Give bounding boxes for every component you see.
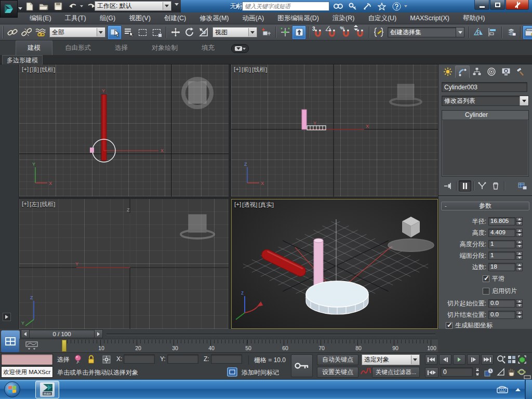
zoom-icon[interactable] [497, 355, 506, 364]
go-to-end-button[interactable] [481, 354, 494, 365]
subscription-key-icon[interactable] [347, 1, 358, 11]
zoom-extents-icon[interactable] [517, 355, 527, 364]
configure-modifier-sets-button[interactable] [516, 180, 529, 192]
zoom-region-icon[interactable] [507, 355, 516, 364]
viewport-menu-shading[interactable]: [线框] [40, 201, 55, 208]
current-frame-field[interactable]: 0 [441, 367, 473, 377]
time-slider[interactable]: 0 / 100 [21, 329, 103, 338]
select-and-move-button[interactable] [168, 25, 182, 39]
cap-segments-field[interactable]: 1 [488, 251, 515, 260]
modifier-list-arrow[interactable] [520, 96, 528, 105]
workspace-dropdown[interactable]: 工作区: 默认 [95, 1, 171, 11]
menu-maxscript[interactable]: MAXScript(X) [403, 13, 456, 23]
frame-spinner[interactable] [474, 367, 481, 377]
maximize-viewport-toggle[interactable] [524, 376, 531, 379]
viewport-menu-view[interactable]: [前] [242, 66, 251, 74]
modifier-list-dropdown[interactable]: 修改器列表 [442, 96, 529, 106]
maxscript-mini-listener[interactable] [1, 354, 53, 365]
search-collapse-arrow[interactable] [236, 4, 239, 8]
radius-spinner[interactable] [516, 217, 523, 225]
viewport-front[interactable]: [+] [前] [线框] X Y [231, 64, 438, 196]
reference-coordinate-arrow[interactable] [248, 28, 256, 36]
spinner-snap-button[interactable] [353, 25, 367, 39]
slice-to-spinner[interactable] [516, 311, 523, 319]
height-spinner[interactable] [516, 229, 523, 237]
viewport-menu-shading[interactable]: [线框] [40, 66, 55, 74]
viewport-menu-view[interactable]: [左] [30, 201, 39, 208]
viewport-menu-shading[interactable]: [线框] [252, 66, 267, 74]
app-logo-button[interactable] [0, 0, 18, 18]
show-end-result-button[interactable] [459, 180, 471, 192]
select-by-name-button[interactable] [122, 25, 136, 39]
menu-rendering[interactable]: 渲染(R) [326, 12, 361, 24]
make-unique-button[interactable] [476, 180, 488, 192]
menu-graph-editors[interactable]: 图形编辑器(D) [271, 12, 326, 24]
selection-filter-dropdown[interactable]: 全部 [49, 27, 105, 37]
open-file-button[interactable] [37, 1, 50, 11]
select-and-scale-button[interactable] [196, 25, 210, 39]
cap-segments-spinner[interactable] [516, 251, 523, 260]
key-mode-dropdown[interactable]: 选定对象 [362, 354, 420, 365]
viewport-menu-plus[interactable]: [+] [234, 66, 241, 74]
height-field[interactable]: 4.409 [488, 229, 515, 237]
selection-filter-arrow[interactable] [97, 28, 104, 36]
generate-mapping-checkbox[interactable] [446, 322, 453, 329]
sides-spinner[interactable] [516, 263, 523, 271]
next-frame-button[interactable] [94, 330, 102, 338]
auto-key-button[interactable]: 自动关键点 [317, 354, 358, 365]
new-scene-button[interactable] [23, 1, 35, 11]
minimize-button[interactable] [474, 0, 489, 10]
height-segments-field[interactable]: 1 [488, 240, 515, 248]
modifier-stack[interactable]: Cylinder [442, 110, 529, 177]
track-bar[interactable]: 0 10 20 30 40 50 60 70 80 90 100 [19, 339, 438, 352]
viewport-menu-plus[interactable]: [+] [22, 66, 29, 74]
expand-strip-button[interactable] [3, 313, 11, 321]
z-coordinate-field[interactable] [211, 354, 242, 364]
mirror-button[interactable] [471, 25, 485, 39]
pin-stack-button[interactable] [442, 180, 454, 192]
window-crossing-button[interactable] [150, 25, 164, 39]
ribbon-tab-modeling[interactable]: 建模 [16, 41, 52, 55]
height-segments-spinner[interactable] [516, 240, 523, 248]
close-button[interactable] [506, 0, 529, 10]
tab-modify[interactable] [455, 65, 470, 78]
help-dropdown-caret[interactable] [404, 5, 407, 7]
viewport-perspective[interactable]: [+] [透视] [真实] [231, 199, 438, 329]
menu-animation[interactable]: 动画(A) [235, 12, 271, 24]
input-language-icon[interactable] [497, 386, 508, 393]
use-center-button[interactable] [259, 25, 273, 39]
viewport-menu-view[interactable]: [透视] [242, 201, 257, 209]
ribbon-minimize-button[interactable] [231, 44, 249, 53]
radius-field[interactable]: 16.805 [488, 217, 515, 225]
toolbar-grip[interactable] [3, 26, 4, 38]
select-and-link-button[interactable] [5, 25, 19, 39]
menu-modifiers[interactable]: 修改器(M) [193, 12, 235, 24]
menu-edit[interactable]: 编辑(E) [23, 12, 58, 24]
go-to-start-button[interactable] [425, 354, 437, 365]
x-coordinate-field[interactable] [124, 354, 155, 364]
taskbar-3dsmax-button[interactable]: max [35, 381, 59, 398]
y-coordinate-field[interactable] [167, 354, 198, 364]
tab-display[interactable] [499, 65, 513, 78]
selection-region-button[interactable] [136, 25, 150, 39]
tab-motion[interactable] [484, 65, 499, 78]
viewport-menu-view[interactable]: [顶] [30, 66, 39, 74]
time-slider-value[interactable]: 0 / 100 [30, 331, 94, 337]
menu-help[interactable]: 帮助(H) [456, 12, 491, 24]
viewport-left[interactable]: [+] [左] [线框] Z Y Z Y [19, 199, 229, 329]
undo-button[interactable] [66, 1, 79, 11]
percent-snap-button[interactable]: % [339, 25, 353, 39]
time-configuration-icon[interactable] [484, 368, 494, 377]
edit-named-selection-sets-button[interactable] [371, 25, 385, 39]
tab-utilities[interactable] [513, 65, 528, 78]
tab-hierarchy[interactable] [470, 65, 484, 78]
ribbon-tab-populate[interactable]: 填充 [190, 41, 226, 55]
next-key-button[interactable] [467, 354, 480, 365]
add-time-tag[interactable]: 添加时间标记 [242, 368, 279, 377]
select-object-button[interactable] [108, 25, 122, 39]
save-file-button[interactable] [52, 1, 64, 11]
show-desktop-button[interactable] [525, 380, 532, 399]
stack-item-cylinder[interactable]: Cylinder [442, 111, 528, 120]
selection-bracket-icon[interactable] [497, 368, 505, 376]
menu-views[interactable]: 视图(V) [122, 12, 157, 24]
